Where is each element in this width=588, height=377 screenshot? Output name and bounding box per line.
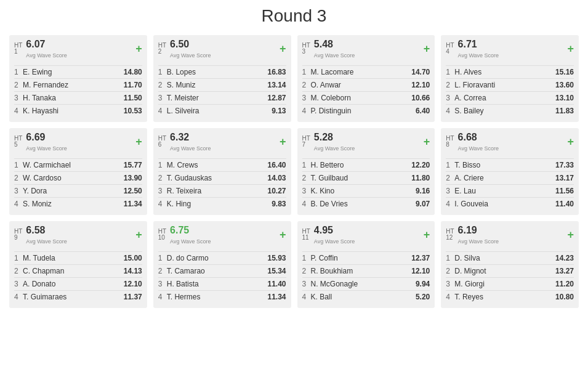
- row-pos-8-3: 3: [446, 187, 454, 195]
- row-score-4-1: 15.16: [552, 68, 574, 76]
- row-name-5-2: W. Cardoso: [23, 174, 121, 182]
- heat-block-8: HT8 6.68 Avg Wave Score + 1 T. Bisso 17.…: [441, 128, 579, 215]
- row-name-7-4: B. De Vries: [311, 200, 409, 208]
- avg-wave-label-4: Avg Wave Score: [458, 52, 499, 59]
- row-name-8-4: I. Gouveia: [454, 200, 552, 208]
- row-score-2-4: 9.13: [265, 107, 286, 115]
- row-score-3-4: 6.40: [408, 107, 430, 115]
- row-score-10-2: 15.34: [265, 267, 286, 275]
- heat-row-9-1: 1 M. Tudela 15.00: [14, 251, 142, 264]
- row-score-2-2: 13.14: [265, 81, 286, 89]
- heats-grid: HT1 6.07 Avg Wave Score + 1 E. Ewing 14.…: [9, 35, 579, 308]
- row-pos-12-1: 1: [446, 254, 454, 262]
- heat-score-group-11: 4.95 Avg Wave Score: [314, 225, 355, 245]
- row-pos-11-4: 4: [302, 293, 311, 301]
- plus-icon-9[interactable]: +: [135, 229, 142, 241]
- heat-info-8: HT8: [446, 136, 454, 148]
- row-score-9-2: 14.13: [121, 267, 142, 275]
- heat-row-6-3: 3 R. Teixeira 10.27: [158, 184, 286, 197]
- row-pos-6-1: 1: [158, 161, 167, 169]
- heat-header-6: HT6 6.32 Avg Wave Score +: [158, 132, 286, 155]
- plus-icon-6[interactable]: +: [280, 136, 286, 148]
- plus-icon-8[interactable]: +: [567, 136, 574, 148]
- row-score-7-3: 9.16: [408, 187, 430, 195]
- row-score-2-1: 16.83: [265, 68, 286, 76]
- heat-row-3-3: 3 M. Coleborn 10.66: [302, 91, 430, 104]
- plus-icon-10[interactable]: +: [280, 229, 286, 241]
- row-score-4-4: 11.83: [552, 107, 574, 115]
- row-pos-1-1: 1: [14, 68, 23, 76]
- heat-row-12-3: 3 M. Giorgi 11.20: [446, 277, 574, 290]
- row-score-5-4: 11.34: [121, 200, 142, 208]
- heat-row-5-1: 1 W. Carmichael 15.77: [14, 158, 142, 171]
- row-name-5-1: W. Carmichael: [23, 161, 121, 169]
- row-score-1-4: 10.53: [121, 107, 142, 115]
- row-score-10-3: 11.40: [265, 280, 286, 288]
- avg-wave-label-5: Avg Wave Score: [26, 145, 67, 152]
- plus-icon-3[interactable]: +: [424, 43, 430, 55]
- row-pos-10-4: 4: [158, 293, 167, 301]
- plus-icon-2[interactable]: +: [280, 43, 286, 55]
- row-score-9-4: 11.37: [121, 293, 142, 301]
- heat-avg-score-4: 6.71: [458, 39, 477, 49]
- heat-score-group-10: 6.75 Avg Wave Score: [170, 225, 211, 245]
- row-score-7-4: 9.07: [408, 200, 430, 208]
- ht-label-10: HT10: [158, 229, 166, 241]
- heat-row-5-2: 2 W. Cardoso 13.90: [14, 171, 142, 184]
- plus-icon-4[interactable]: +: [567, 43, 574, 55]
- heat-info-11: HT11: [302, 229, 310, 241]
- row-pos-10-3: 3: [158, 280, 167, 288]
- row-score-8-3: 11.56: [552, 187, 574, 195]
- heat-row-10-3: 3 H. Batista 11.40: [158, 277, 286, 290]
- row-name-4-1: H. Alves: [454, 68, 552, 76]
- row-pos-12-4: 4: [446, 293, 454, 301]
- heat-row-8-2: 2 A. Criere 13.17: [446, 171, 574, 184]
- ht-label-2: HT2: [158, 43, 166, 55]
- row-score-1-2: 11.70: [121, 81, 142, 89]
- row-score-5-2: 13.90: [121, 174, 142, 182]
- row-name-5-3: Y. Dora: [23, 187, 121, 195]
- row-name-12-3: M. Giorgi: [454, 280, 552, 288]
- ht-label-12: HT12: [446, 229, 454, 241]
- row-name-1-2: M. Fernandez: [23, 81, 121, 89]
- ht-label-3: HT3: [302, 43, 310, 55]
- avg-wave-label-9: Avg Wave Score: [26, 238, 67, 245]
- heat-left-6: HT6 6.32 Avg Wave Score: [158, 132, 211, 152]
- avg-wave-label-7: Avg Wave Score: [314, 145, 355, 152]
- heat-score-group-3: 5.48 Avg Wave Score: [314, 39, 355, 59]
- avg-wave-label-6: Avg Wave Score: [170, 145, 211, 152]
- row-name-11-1: P. Coffin: [311, 254, 409, 262]
- heat-header-10: HT10 6.75 Avg Wave Score +: [158, 225, 286, 248]
- row-score-9-1: 15.00: [121, 254, 142, 262]
- heat-info-9: HT9: [14, 229, 22, 241]
- heat-info-7: HT7: [302, 136, 310, 148]
- row-score-3-1: 14.70: [408, 68, 430, 76]
- row-name-7-2: T. Guilbaud: [311, 174, 409, 182]
- heat-info-4: HT4: [446, 43, 454, 55]
- ht-label-6: HT6: [158, 136, 166, 148]
- row-pos-8-4: 4: [446, 200, 454, 208]
- heat-block-11: HT11 4.95 Avg Wave Score + 1 P. Coffin 1…: [297, 221, 435, 308]
- plus-icon-1[interactable]: +: [135, 43, 142, 55]
- plus-icon-5[interactable]: +: [135, 136, 142, 148]
- heat-row-3-1: 1 M. Lacomare 14.70: [302, 65, 430, 78]
- heat-info-10: HT10: [158, 229, 166, 241]
- row-pos-9-1: 1: [14, 254, 23, 262]
- row-name-6-1: M. Crews: [167, 161, 265, 169]
- ht-label-7: HT7: [302, 136, 310, 148]
- heat-row-9-4: 4 T. Guimaraes 11.37: [14, 290, 142, 303]
- plus-icon-11[interactable]: +: [424, 229, 430, 241]
- row-name-1-1: E. Ewing: [23, 68, 121, 76]
- row-name-1-3: H. Tanaka: [23, 94, 121, 102]
- heat-score-group-4: 6.71 Avg Wave Score: [458, 39, 499, 59]
- heat-avg-score-3: 5.48: [314, 39, 333, 49]
- row-name-8-1: T. Bisso: [454, 161, 552, 169]
- heat-row-1-4: 4 K. Hayashi 10.53: [14, 104, 142, 117]
- row-pos-4-4: 4: [446, 107, 454, 115]
- plus-icon-12[interactable]: +: [567, 229, 574, 241]
- heat-row-1-1: 1 E. Ewing 14.80: [14, 65, 142, 78]
- plus-icon-7[interactable]: +: [424, 136, 430, 148]
- heat-block-6: HT6 6.32 Avg Wave Score + 1 M. Crews 16.…: [153, 128, 291, 215]
- heat-row-7-1: 1 H. Bettero 12.20: [302, 158, 430, 171]
- row-pos-3-4: 4: [302, 107, 311, 115]
